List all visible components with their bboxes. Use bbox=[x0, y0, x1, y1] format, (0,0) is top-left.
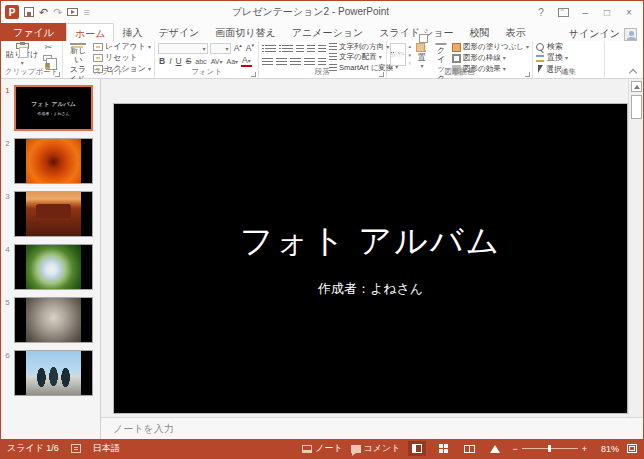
quick-styles-button[interactable]: クイック スタイル▾ bbox=[433, 43, 449, 67]
maximize-button[interactable]: □ bbox=[597, 4, 617, 20]
zoom-in-button[interactable]: + bbox=[582, 444, 587, 454]
help-button[interactable]: ? bbox=[531, 4, 551, 20]
zoom-percentage[interactable]: 81% bbox=[595, 444, 619, 454]
new-slide-button[interactable]: 新しい スライド▾ bbox=[66, 43, 90, 67]
underline-button[interactable]: U bbox=[175, 57, 183, 66]
slide-subtitle[interactable]: 作成者：よねさん bbox=[318, 280, 423, 298]
thumbnail-row-5[interactable]: 5 bbox=[1, 297, 100, 343]
gallery-down-icon[interactable]: ▾ bbox=[409, 53, 412, 58]
minimize-button[interactable]: – bbox=[575, 4, 595, 20]
slide-thumbnail-panel[interactable]: 1 フォト アルバム 作成者：よねさん 2 3 4 bbox=[1, 79, 101, 439]
columns-icon[interactable] bbox=[318, 58, 326, 66]
text-shadow-button[interactable]: abc bbox=[194, 58, 207, 66]
slide-thumbnail-3[interactable] bbox=[14, 191, 93, 237]
spell-check-icon[interactable] bbox=[71, 444, 81, 453]
notes-pane[interactable]: ノートを入力 bbox=[101, 417, 643, 439]
tab-view[interactable]: 表示 bbox=[497, 23, 533, 41]
align-right-icon[interactable] bbox=[290, 58, 301, 66]
zoom-out-button[interactable]: − bbox=[512, 444, 517, 454]
slide-thumbnail-6[interactable] bbox=[14, 350, 93, 396]
tab-animations[interactable]: アニメーション bbox=[284, 23, 371, 41]
paste-button[interactable]: 貼り付け ▾ bbox=[4, 43, 40, 67]
start-from-beginning-icon[interactable] bbox=[67, 8, 78, 16]
slide-thumbnail-5[interactable] bbox=[14, 297, 93, 343]
zoom-slider-track[interactable] bbox=[522, 448, 578, 449]
save-icon[interactable] bbox=[24, 7, 34, 17]
justify-icon[interactable] bbox=[304, 58, 315, 66]
line-spacing-icon[interactable] bbox=[318, 45, 326, 53]
vertical-scrollbar[interactable] bbox=[628, 79, 643, 417]
tab-insert[interactable]: 挿入 bbox=[114, 23, 150, 41]
sign-in[interactable]: サインイン bbox=[569, 27, 643, 41]
language-indicator[interactable]: 日本語 bbox=[93, 442, 120, 455]
notes-toggle[interactable]: ノート bbox=[302, 442, 342, 455]
font-name-combo[interactable]: ▾ bbox=[158, 43, 208, 54]
undo-icon[interactable]: ↶ bbox=[39, 7, 48, 18]
reading-view-button[interactable] bbox=[460, 441, 478, 456]
zoom-slider[interactable]: − + bbox=[512, 444, 587, 454]
shape-fill-button[interactable]: 図形の塗りつぶし▾ bbox=[452, 43, 529, 52]
normal-view-button[interactable] bbox=[408, 441, 426, 456]
slide-thumbnail-2[interactable] bbox=[14, 138, 93, 184]
bullets-icon[interactable] bbox=[265, 45, 276, 53]
cut-icon[interactable]: ✂ bbox=[43, 43, 53, 53]
comments-toggle[interactable]: コメント bbox=[351, 442, 401, 455]
shape-outline-button[interactable]: 図形の枠線▾ bbox=[452, 54, 529, 63]
gallery-up-icon[interactable]: ▴ bbox=[409, 44, 412, 49]
increase-indent-icon[interactable] bbox=[307, 45, 315, 53]
find-button[interactable]: 検索 bbox=[536, 43, 568, 52]
slideshow-view-button[interactable] bbox=[486, 441, 504, 456]
tab-slideshow[interactable]: スライド ショー bbox=[371, 23, 461, 41]
layout-button[interactable]: レイアウト▾ bbox=[93, 43, 151, 52]
gallery-more-icon[interactable]: ▿ bbox=[409, 61, 412, 66]
fit-slide-to-window-icon[interactable] bbox=[627, 444, 637, 453]
drawing-dialog-launcher[interactable] bbox=[525, 72, 530, 77]
grow-font-button[interactable]: A▴ bbox=[233, 43, 243, 53]
reset-button[interactable]: リセット bbox=[93, 54, 151, 63]
tab-review[interactable]: 校閲 bbox=[461, 23, 497, 41]
thumbnail-row-1[interactable]: 1 フォト アルバム 作成者：よねさん bbox=[1, 85, 100, 131]
zoom-slider-thumb[interactable] bbox=[548, 445, 551, 452]
ribbon-display-options-button[interactable] bbox=[553, 4, 573, 20]
redo-icon[interactable]: ↷ bbox=[53, 7, 62, 18]
arrange-button[interactable]: 配置 ▾ bbox=[414, 43, 430, 67]
thumbnail-row-2[interactable]: 2 bbox=[1, 138, 100, 184]
slide-canvas[interactable]: フォト アルバム 作成者：よねさん bbox=[114, 104, 627, 413]
numbering-icon[interactable] bbox=[282, 45, 293, 53]
close-button[interactable]: × bbox=[619, 4, 639, 20]
clipboard-dialog-launcher[interactable] bbox=[55, 72, 60, 77]
scrollbar-thumb[interactable] bbox=[631, 95, 642, 119]
thumbnail-row-4[interactable]: 4 bbox=[1, 244, 100, 290]
font-size-combo[interactable]: ▾ bbox=[210, 43, 231, 54]
slide-thumbnail-4[interactable] bbox=[14, 244, 93, 290]
replace-button[interactable]: 置換▾ bbox=[536, 54, 568, 63]
slide-thumbnail-1[interactable]: フォト アルバム 作成者：よねさん bbox=[14, 85, 93, 131]
decrease-indent-icon[interactable] bbox=[296, 45, 304, 53]
tab-design[interactable]: デザイン bbox=[150, 23, 207, 41]
powerpoint-logo-icon[interactable]: P bbox=[5, 5, 19, 19]
align-left-icon[interactable] bbox=[262, 58, 273, 66]
slide-sorter-view-button[interactable] bbox=[434, 441, 452, 456]
copy-icon[interactable] bbox=[43, 55, 52, 61]
align-center-icon[interactable] bbox=[276, 58, 287, 66]
thumbnail-row-6[interactable]: 6 bbox=[1, 350, 100, 396]
italic-button[interactable]: I bbox=[168, 57, 172, 66]
shape-gallery-scroll[interactable]: ▴ ▾ ▿ bbox=[409, 43, 412, 67]
slide-title[interactable]: フォト アルバム bbox=[240, 219, 502, 264]
character-spacing-button[interactable]: AV▾ bbox=[210, 58, 224, 66]
tab-file[interactable]: ファイル bbox=[1, 23, 66, 41]
font-dialog-launcher[interactable] bbox=[251, 72, 256, 77]
paragraph-dialog-launcher[interactable] bbox=[379, 72, 384, 77]
shape-gallery[interactable] bbox=[390, 43, 406, 66]
bold-button[interactable]: B bbox=[158, 57, 166, 66]
shrink-font-button[interactable]: A▾ bbox=[245, 43, 255, 53]
change-case-button[interactable]: Aa▾ bbox=[225, 58, 239, 66]
font-color-button[interactable]: A▾ bbox=[241, 56, 252, 67]
strikethrough-button[interactable]: S bbox=[185, 57, 193, 66]
collapse-ribbon-icon[interactable] bbox=[629, 67, 637, 75]
tab-home[interactable]: ホーム bbox=[66, 23, 114, 41]
scroll-up-button[interactable] bbox=[631, 81, 642, 92]
notes-placeholder[interactable]: ノートを入力 bbox=[113, 422, 174, 436]
tab-transitions[interactable]: 画面切り替え bbox=[207, 23, 283, 41]
thumbnail-row-3[interactable]: 3 bbox=[1, 191, 100, 237]
